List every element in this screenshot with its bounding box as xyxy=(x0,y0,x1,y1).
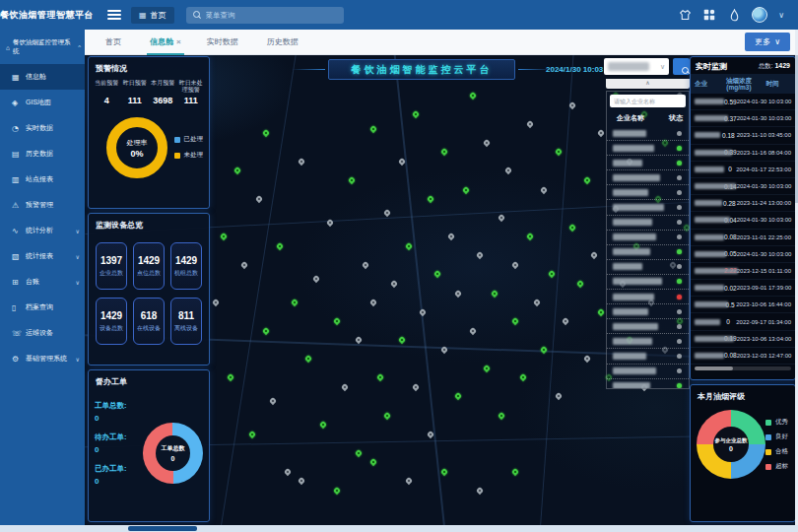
map-pin-icon[interactable] xyxy=(319,421,327,429)
company-list-row[interactable] xyxy=(607,334,689,349)
map-pin-icon[interactable] xyxy=(298,477,305,485)
realtime-table-row[interactable]: 0 2024-01-17 22:53:00 xyxy=(691,162,795,178)
map-pin-icon[interactable] xyxy=(454,289,462,297)
map-pin-icon[interactable] xyxy=(490,289,498,297)
table-scrollbar[interactable] xyxy=(695,366,791,370)
map-pin-icon[interactable] xyxy=(562,317,569,325)
map-pin-icon[interactable] xyxy=(540,185,548,193)
page-tab[interactable]: 信息舱 × xyxy=(137,30,194,55)
company-list-row[interactable] xyxy=(607,304,689,319)
map-pin-icon[interactable] xyxy=(233,166,241,174)
sidebar-item[interactable]: ▯ 档案查询 xyxy=(0,295,85,320)
map-pin-icon[interactable] xyxy=(597,307,605,315)
map-pin-icon[interactable] xyxy=(383,411,391,419)
company-list-row[interactable] xyxy=(607,349,689,364)
sidebar-item[interactable]: ◈ GIS地图 xyxy=(0,90,85,115)
map-pin-icon[interactable] xyxy=(333,487,341,495)
map-pin-icon[interactable] xyxy=(483,139,491,147)
map-pin-icon[interactable] xyxy=(340,383,348,391)
company-list-row[interactable] xyxy=(607,290,689,304)
menu-search-input[interactable] xyxy=(206,11,337,20)
map-pin-icon[interactable] xyxy=(262,129,270,137)
map-pin-icon[interactable] xyxy=(219,233,227,240)
company-list-row[interactable] xyxy=(607,185,689,200)
realtime-table-row[interactable]: 0.5 2023-10-06 16:44:00 xyxy=(691,297,795,313)
company-list-row[interactable] xyxy=(607,200,689,215)
map-pin-icon[interactable] xyxy=(575,280,583,288)
sidebar-item[interactable]: ▦ 信息舱 xyxy=(0,64,85,90)
sidebar-system-title[interactable]: ⌂ 餐饮油烟监控管理系统 ^ xyxy=(0,30,85,64)
realtime-table-row[interactable]: 0 2022-09-17 01:34:00 xyxy=(691,313,795,330)
map-pin-icon[interactable] xyxy=(511,317,519,325)
hamburger-menu-icon[interactable] xyxy=(107,10,121,20)
map-pin-icon[interactable] xyxy=(476,251,484,259)
flame-icon[interactable] xyxy=(727,8,741,22)
device-stat-card[interactable]: 618 在线设备 xyxy=(133,298,165,345)
map-pin-icon[interactable] xyxy=(454,392,462,400)
realtime-table-row[interactable]: 0.14 2024-01-30 10:03:00 xyxy=(691,178,795,195)
map-pin-icon[interactable] xyxy=(419,307,427,315)
device-stat-card[interactable]: 1429 设备总数 xyxy=(96,298,127,345)
map-pin-icon[interactable] xyxy=(433,270,441,278)
map-pin-icon[interactable] xyxy=(240,261,248,269)
map-pin-icon[interactable] xyxy=(461,185,469,193)
map-pin-icon[interactable] xyxy=(583,176,591,184)
company-search-input[interactable] xyxy=(614,99,682,104)
map-pin-icon[interactable] xyxy=(547,270,555,278)
map-pin-icon[interactable] xyxy=(412,383,420,391)
map-pin-icon[interactable] xyxy=(511,261,519,269)
map-pin-icon[interactable] xyxy=(469,326,477,334)
map-pin-icon[interactable] xyxy=(405,242,413,250)
company-list-row[interactable] xyxy=(607,231,689,245)
company-list-row[interactable] xyxy=(607,275,689,290)
map-pin-icon[interactable] xyxy=(227,373,234,381)
realtime-table-row[interactable]: 0.18 2023-11-10 03:45:00 xyxy=(691,127,795,144)
map-pin-icon[interactable] xyxy=(511,468,519,476)
map-pin-icon[interactable] xyxy=(526,233,534,240)
user-menu-chevron-icon[interactable]: ∨ xyxy=(778,11,784,20)
map-pin-icon[interactable] xyxy=(247,430,255,437)
map-pin-icon[interactable] xyxy=(498,214,505,222)
map-pin-icon[interactable] xyxy=(405,477,413,485)
page-tab[interactable]: 首页 xyxy=(93,30,137,55)
sidebar-item[interactable]: ◔ 实时数据 xyxy=(0,115,85,141)
map-pin-icon[interactable] xyxy=(583,355,591,363)
company-list-row[interactable] xyxy=(607,379,689,389)
sidebar-item[interactable]: ⚠ 预警管理 xyxy=(0,192,85,218)
map-pin-icon[interactable] xyxy=(390,280,398,288)
company-list-row[interactable] xyxy=(607,365,689,379)
map-pin-icon[interactable] xyxy=(376,373,384,381)
realtime-table-row[interactable]: 0.37 2024-01-30 10:03:00 xyxy=(691,110,795,127)
map-pin-icon[interactable] xyxy=(597,129,605,137)
map-pin-icon[interactable] xyxy=(518,373,526,381)
company-list-row[interactable] xyxy=(607,126,689,141)
map-pin-icon[interactable] xyxy=(476,487,484,495)
page-tab[interactable]: 历史数据 xyxy=(254,30,314,55)
breadcrumb[interactable]: ▦ 首页 xyxy=(131,7,174,24)
map-pin-icon[interactable] xyxy=(255,195,263,203)
page-tab[interactable]: 实时数据 xyxy=(194,30,254,55)
device-stat-card[interactable]: 1397 企业总数 xyxy=(96,242,127,290)
realtime-table-row[interactable]: 0.05 2024-01-30 10:03:00 xyxy=(691,246,795,263)
map-pin-icon[interactable] xyxy=(383,209,391,217)
realtime-table-row[interactable]: 0.08 2023-12-03 12:47:00 xyxy=(691,348,795,365)
user-avatar[interactable] xyxy=(752,7,767,23)
map-pin-icon[interactable] xyxy=(440,148,448,156)
map-pin-icon[interactable] xyxy=(333,317,341,325)
apps-grid-icon[interactable] xyxy=(702,8,716,22)
realtime-table-row[interactable]: 0.02 2023-09-01 17:39:00 xyxy=(691,280,795,297)
theme-shirt-icon[interactable] xyxy=(678,8,692,22)
company-list-row[interactable] xyxy=(607,156,689,170)
map-pin-icon[interactable] xyxy=(283,468,291,476)
map-pin-icon[interactable] xyxy=(311,275,319,283)
company-list-row[interactable] xyxy=(607,319,689,334)
map-pin-icon[interactable] xyxy=(212,299,220,306)
map-pin-icon[interactable] xyxy=(498,411,505,419)
company-list-row[interactable] xyxy=(607,170,689,185)
realtime-table-row[interactable]: 0.59 2024-01-30 10:03:00 xyxy=(691,94,795,110)
realtime-table-row[interactable]: 0.04 2024-01-30 10:03:00 xyxy=(691,212,795,229)
map-pin-icon[interactable] xyxy=(362,261,369,269)
map-pin-icon[interactable] xyxy=(590,251,598,259)
map-pin-icon[interactable] xyxy=(555,148,563,156)
map-pin-icon[interactable] xyxy=(291,299,299,306)
